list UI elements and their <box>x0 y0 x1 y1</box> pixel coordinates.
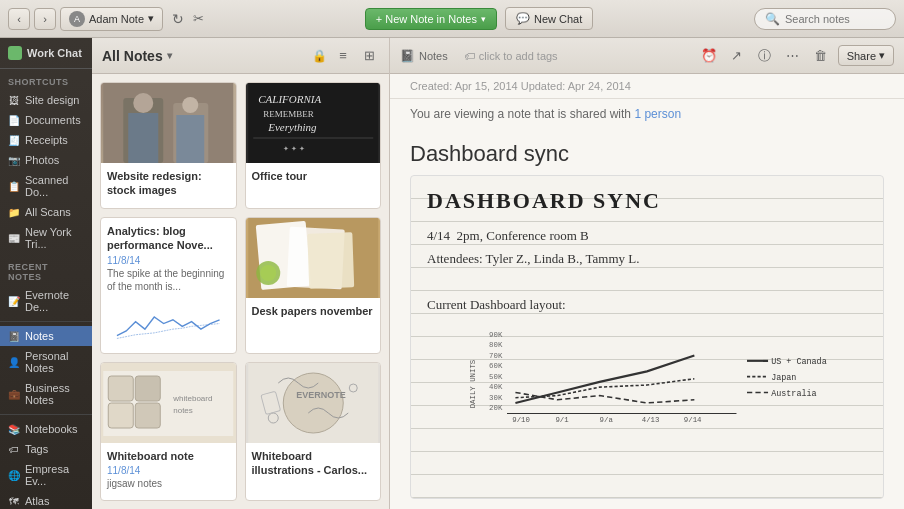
share-button[interactable]: Share ▾ <box>838 45 894 66</box>
scanned-icon: 📋 <box>8 180 20 192</box>
receipts-icon: 🧾 <box>8 134 20 146</box>
note-card-website[interactable]: Website redesign: stock images <box>100 82 237 209</box>
sidebar-item-site-design[interactable]: 🖼 Site design <box>0 90 92 110</box>
photos-label: Photos <box>25 154 59 166</box>
sidebar-item-documents[interactable]: 📄 Documents <box>0 110 92 130</box>
breadcrumb-text: Notes <box>419 50 448 62</box>
note-meta: Created: Apr 15, 2014 Updated: Apr 24, 2… <box>390 74 904 99</box>
note-card-analytics[interactable]: Analytics: blog performance Nove... 11/8… <box>100 217 237 354</box>
info-button[interactable]: ⓘ <box>754 45 776 67</box>
hw-line-1: 4/14 2pm, Conference room B <box>427 224 867 247</box>
new-chat-button[interactable]: 💬 New Chat <box>505 7 593 30</box>
evernote-label: Evernote De... <box>25 289 84 313</box>
note-image-area: DASHBOARD SYNC 4/14 2pm, Conference room… <box>390 175 904 509</box>
search-input[interactable] <box>785 13 885 25</box>
hw-line-2: Attendees: Tyler Z., Linda B., Tammy L. <box>427 247 867 270</box>
share-icon-button[interactable]: ↗ <box>726 45 748 67</box>
sidebar-item-notebooks[interactable]: 📚 Notebooks <box>0 419 92 439</box>
sidebar-item-empresa[interactable]: 🌐 Empresa Ev... <box>0 459 92 491</box>
recent-notes-section-title: RECENT NOTES <box>0 254 92 285</box>
svg-text:REMEMBER: REMEMBER <box>263 109 314 119</box>
note-title-website: Website redesign: stock images <box>107 169 230 198</box>
note-title-illustrations: Whiteboard illustrations - Carlos... <box>252 449 375 478</box>
personal-icon: 👤 <box>8 356 20 368</box>
note-card-whiteboard[interactable]: whiteboard notes Whiteboard note 11/8/14… <box>100 362 237 501</box>
reminder-button[interactable]: ⏰ <box>698 45 720 67</box>
list-view-button[interactable]: ≡ <box>333 46 353 66</box>
new-note-arrow: ▾ <box>481 14 486 24</box>
nytimes-icon: 📰 <box>8 232 20 244</box>
svg-text:4/13: 4/13 <box>642 416 660 424</box>
sidebar-item-nytimes[interactable]: 📰 New York Tri... <box>0 222 92 254</box>
sidebar-item-evernote[interactable]: 📝 Evernote De... <box>0 285 92 317</box>
hw-line-spacer <box>427 270 867 293</box>
notes-icon: 📓 <box>8 330 20 342</box>
documents-label: Documents <box>25 114 81 126</box>
svg-text:Australia: Australia <box>771 389 816 399</box>
more-button[interactable]: ⋯ <box>782 45 804 67</box>
main-layout: Work Chat SHORTCUTS 🖼 Site design 📄 Docu… <box>0 38 904 509</box>
svg-text:EVERNOTE: EVERNOTE <box>296 390 346 400</box>
svg-text:20K: 20K <box>489 404 503 412</box>
svg-text:Japan: Japan <box>771 373 796 383</box>
svg-rect-7 <box>103 83 233 163</box>
note-date-analytics: 11/8/14 <box>107 255 230 266</box>
sidebar-item-allscans[interactable]: 📁 All Scans <box>0 202 92 222</box>
sidebar-title: Work Chat <box>27 47 82 59</box>
shortcuts-section-title: SHORTCUTS <box>0 69 92 90</box>
share-label: Share <box>847 50 876 62</box>
search-bar[interactable]: 🔍 <box>754 8 896 30</box>
shared-count-link[interactable]: 1 person <box>634 107 681 121</box>
note-card-illustrations[interactable]: EVERNOTE Whiteboard illustrations - Carl… <box>245 362 382 501</box>
grid-view-button[interactable]: ⊞ <box>359 46 379 66</box>
sidebar-item-personal[interactable]: 👤 Personal Notes <box>0 346 92 378</box>
tags-icon: 🏷 <box>8 443 20 455</box>
sidebar-item-scanned[interactable]: 📋 Scanned Do... <box>0 170 92 202</box>
note-tags-area[interactable]: 🏷 click to add tags <box>464 50 558 62</box>
atlas-icon: 🗺 <box>8 495 20 507</box>
search-icon: 🔍 <box>765 12 780 26</box>
allscans-label: All Scans <box>25 206 71 218</box>
sidebar-item-atlas[interactable]: 🗺 Atlas <box>0 491 92 509</box>
svg-text:✦ ✦ ✦: ✦ ✦ ✦ <box>283 145 305 153</box>
sidebar: Work Chat SHORTCUTS 🖼 Site design 📄 Docu… <box>0 38 92 509</box>
tags-placeholder: click to add tags <box>479 50 558 62</box>
allscans-icon: 📁 <box>8 206 20 218</box>
new-note-label: + New Note in Notes <box>376 13 477 25</box>
notes-title-arrow: ▾ <box>167 50 172 61</box>
sidebar-item-business[interactable]: 💼 Business Notes <box>0 378 92 410</box>
svg-text:DAILY UNITS: DAILY UNITS <box>469 359 477 408</box>
sidebar-item-photos[interactable]: 📷 Photos <box>0 150 92 170</box>
note-card-desk[interactable]: Desk papers november <box>245 217 382 354</box>
new-chat-label: New Chat <box>534 13 582 25</box>
svg-point-19 <box>260 265 276 281</box>
tags-label: Tags <box>25 443 48 455</box>
sidebar-item-tags[interactable]: 🏷 Tags <box>0 439 92 459</box>
notebooks-label: Notebooks <box>25 423 78 435</box>
delete-button[interactable]: 🗑 <box>810 45 832 67</box>
svg-text:30K: 30K <box>489 394 503 402</box>
note-title-analytics: Analytics: blog performance Nove... <box>107 224 230 253</box>
note-title-whiteboard: Whiteboard note <box>107 449 230 463</box>
account-arrow: ▾ <box>148 12 154 25</box>
handwritten-note: DASHBOARD SYNC 4/14 2pm, Conference room… <box>410 175 884 499</box>
new-note-button[interactable]: + New Note in Notes ▾ <box>365 8 497 30</box>
sync-button[interactable]: ↻ <box>167 8 189 30</box>
account-button[interactable]: A Adam Note ▾ <box>60 7 163 31</box>
svg-text:9/14: 9/14 <box>684 416 702 424</box>
sidebar-item-notes[interactable]: 📓 Notes <box>0 326 92 346</box>
hw-title: DASHBOARD SYNC <box>427 188 867 214</box>
svg-point-28 <box>283 373 343 433</box>
sidebar-item-receipts[interactable]: 🧾 Receipts <box>0 130 92 150</box>
business-icon: 💼 <box>8 388 20 400</box>
top-bar: ‹ › A Adam Note ▾ ↻ ✂ + New Note in Note… <box>0 0 904 38</box>
empresa-icon: 🌐 <box>8 469 20 481</box>
notes-toolbar: All Notes ▾ 🔒 ≡ ⊞ <box>92 38 389 74</box>
note-card-office[interactable]: CALIFORNIA REMEMBER Everything ✦ ✦ ✦ Off… <box>245 82 382 209</box>
hw-line-3: Current Dashboard layout: <box>427 293 867 316</box>
nav-forward-button[interactable]: › <box>34 8 56 30</box>
nav-back-button[interactable]: ‹ <box>8 8 30 30</box>
note-content-toolbar: 📓 Notes 🏷 click to add tags ⏰ ↗ ⓘ ⋯ 🗑 Sh… <box>390 38 904 74</box>
svg-rect-23 <box>108 403 133 428</box>
work-chat-icon <box>8 46 22 60</box>
